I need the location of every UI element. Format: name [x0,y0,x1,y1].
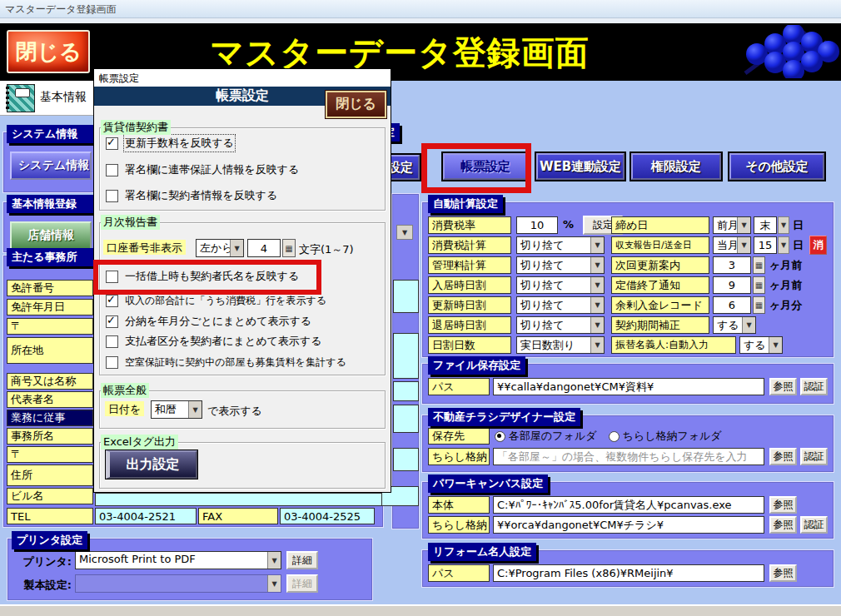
nav-button-permissions[interactable]: 権限設定 [631,153,721,180]
lease-group-title: 賃貸借契約書 [101,120,171,135]
nav-button-other[interactable]: その他設定 [729,153,824,180]
flyer-store-input[interactable]: 「各部屋～」の場合、複数物件ちらし保存先を入力 [493,448,764,465]
window-titlebar: マスターデータ登録画面 [0,0,841,18]
report-day-value[interactable]: 15 [754,236,777,254]
pcanvas-browse-button[interactable]: 参照 [769,496,797,514]
report-month-select[interactable]: 当月▼ [713,236,751,254]
account-from-select[interactable]: 左から▼ [196,239,244,257]
moveout-prorate-select[interactable]: 切り捨て▼ [516,316,605,334]
pcanvas-main-label: 本体 [428,496,490,514]
checkbox-row[interactable]: 収入の部合計に「うち消費税」行を表示する [106,294,326,308]
closing-day-label: 締め日 [611,216,709,234]
printer-detail-button[interactable]: 詳細 [286,551,318,569]
field-label-address: 所在地 [7,337,93,364]
numpad-icon[interactable]: ▦ [282,239,296,257]
prorate-days-select[interactable]: 実日数割り▼ [516,336,605,354]
radio-room-folder[interactable] [495,431,505,442]
checkbox-label: 分納を年月分ごとにまとめて表示する [125,314,311,329]
pcanvas-store-browse-button[interactable]: 参照 [769,516,797,534]
printer-select[interactable]: Microsoft Print to PDF ▼ [75,551,281,569]
close-button[interactable]: 閉じる [7,30,90,73]
checkbox-row[interactable]: 署名欄に連帯保証人情報を反映する [106,162,299,177]
checkbox-row[interactable]: 署名欄に契約者情報を反映する [106,188,277,203]
file-save-browse-button[interactable]: 参照 [769,378,797,395]
account-digits-suffix: 文字(1～7) [299,242,354,257]
checkbox-icon[interactable] [106,335,118,348]
checkbox-icon[interactable] [106,356,118,369]
checkbox-row[interactable]: 空室保証時に契約中の部屋も募集賃料を集計する [106,355,346,370]
fixed-term-notice-value[interactable]: 9 [713,276,751,294]
tab-basic-info[interactable]: 基本情報 [40,90,87,105]
reform-header: リフォーム名人設定 [428,543,536,561]
checkbox-checked-icon[interactable] [106,295,118,307]
account-digits-input[interactable]: 4 [247,239,281,257]
background-combo-arrow[interactable]: ▼ [396,225,413,240]
transfer-name-select[interactable]: する▼ [739,336,783,354]
checkbox-checked-icon[interactable] [106,137,118,150]
closing-day-unit: 日 [793,218,804,233]
auto-calc-header: 自動計算設定 [428,195,503,213]
report-day-spinner[interactable]: ▼ [778,236,789,254]
dialog-titlebar[interactable]: 帳票設定 [94,69,391,87]
file-save-path-input[interactable]: ¥¥calla¥dangonet¥CM¥資料¥ [493,378,764,395]
numpad-icon[interactable]: ▦ [753,296,765,314]
dialog-close-button[interactable]: 閉じる [326,91,386,118]
surplus-record-value[interactable]: 6 [713,296,751,314]
fax-field[interactable]: 03-4004-2525 [280,508,375,524]
fixed-term-notice-label: 定借終了通知 [611,276,709,294]
numpad-icon[interactable]: ▦ [753,276,765,294]
excel-output-button[interactable]: 出力設定 [106,450,197,479]
checkbox-row[interactable]: 分納を年月分ごとにまとめて表示する [106,314,311,329]
tax-rate-label: 消費税率 [428,216,511,234]
chevron-down-icon: ▼ [188,401,202,418]
flyer-header: 不動産チラシデザイナー設定 [428,408,580,426]
monthly-group-title: 月次報告書 [101,215,160,230]
checkbox-icon[interactable] [106,190,118,202]
closing-day-value[interactable]: 末 [754,216,777,234]
checkbox-row[interactable]: 支払者区分を契約者にまとめて表示する [106,334,321,349]
chevron-down-icon: ▼ [590,237,604,253]
movein-prorate-select[interactable]: 切り捨て▼ [516,276,605,294]
checkbox-checked-icon[interactable] [106,315,118,328]
contract-correction-select[interactable]: する▼ [713,316,756,334]
date-format-suffix: で表示する [207,404,262,419]
building-name-field[interactable] [95,493,383,506]
date-format-select[interactable]: 和暦▼ [151,400,202,419]
surplus-record-unit: ヶ月分 [769,298,802,313]
fixed-term-notice-unit: ヶ月前 [769,278,802,293]
flyer-auth-button[interactable]: 認証 [800,448,828,465]
pcanvas-main-input[interactable]: C:¥ﾊﾟﾜｰ･ｷｬﾝﾊﾞｽ5.00for賃貸名人¥pcanvas.exe [493,496,764,514]
checkbox-label: 更新手数料を反映する [125,136,234,151]
pcanvas-store-input[interactable]: ¥¥orca¥dangonet¥CM¥チラシ¥ [493,516,764,534]
system-info-button[interactable]: システム情報 [10,152,92,180]
tel-field[interactable]: 03-4004-2521 [95,508,197,524]
fax-label: FAX [198,508,278,524]
clear-button[interactable]: 消 [809,236,827,255]
renewal-prorate-select[interactable]: 切り捨て▼ [516,296,605,314]
tel-label: TEL [7,508,93,524]
closing-day-spinner[interactable]: ▼ [778,216,789,234]
file-save-auth-button[interactable]: 認証 [800,378,828,395]
renewal-notice-value[interactable]: 3 [713,256,751,274]
background-field-fragment [393,280,419,313]
radio-flyer-folder[interactable] [609,431,620,442]
checkbox-label: 署名欄に連帯保証人情報を反映する [125,162,299,177]
nav-button-web-link[interactable]: WEB連動設定 [536,153,625,180]
binding-label: 製本設定: [8,578,72,593]
transfer-name-label: 振替名義人:自動入力 [611,336,736,354]
binding-detail-button: 詳細 [286,574,318,593]
report-day-label: 収支報告日/送金日 [611,236,709,254]
numpad-icon[interactable]: ▦ [753,256,765,274]
tax-calc-select[interactable]: 切り捨て▼ [516,236,605,254]
field-label-license-date: 免許年月日 [7,299,93,315]
tax-rate-input[interactable]: 10 [516,216,558,234]
shop-info-button[interactable]: 店舗情報 [10,221,92,250]
reform-path-input[interactable]: C:¥Program Files (x86)¥RMeijin¥ [493,564,764,582]
checkbox-icon[interactable] [106,164,118,176]
reform-browse-button[interactable]: 参照 [769,564,797,582]
checkbox-row[interactable]: 更新手数料を反映する [106,136,234,151]
closing-month-select[interactable]: 前月▼ [713,216,751,234]
pcanvas-auth-button[interactable]: 認証 [800,516,828,534]
flyer-browse-button[interactable]: 参照 [769,448,797,465]
mgmt-fee-select[interactable]: 切り捨て▼ [516,256,605,274]
